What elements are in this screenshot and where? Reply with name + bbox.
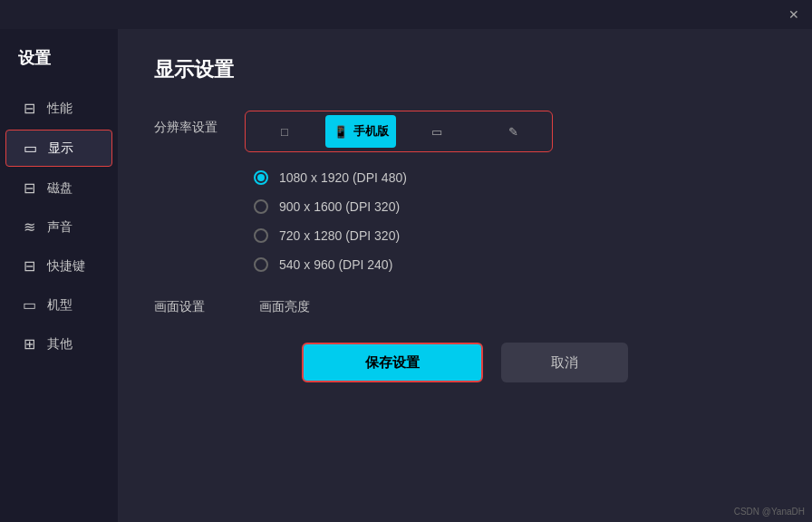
sidebar-item-performance-label: 性能 bbox=[47, 101, 72, 117]
main-content: 显示设置 分辨率设置 □ 📱 手机版 ▭ bbox=[118, 29, 812, 522]
sidebar-item-disk-label: 磁盘 bbox=[47, 180, 72, 197]
picture-label: 画面设置 bbox=[154, 299, 205, 315]
sidebar-item-disk[interactable]: ⊟ 磁盘 bbox=[5, 170, 112, 206]
radio-2 bbox=[254, 228, 268, 243]
radio-1 bbox=[254, 199, 268, 214]
resolution-option-3[interactable]: 540 x 960 (DPI 240) bbox=[254, 257, 776, 272]
sidebar-item-model-label: 机型 bbox=[47, 297, 72, 314]
resolution-options: 1080 x 1920 (DPI 480) 900 x 1600 (DPI 32… bbox=[245, 170, 776, 272]
disk-icon: ⊟ bbox=[20, 179, 38, 197]
sidebar-item-shortcut[interactable]: ⊟ 快捷键 bbox=[5, 248, 112, 284]
resolution-label-0: 1080 x 1920 (DPI 480) bbox=[279, 170, 407, 185]
model-icon: ▭ bbox=[20, 296, 38, 314]
resolution-label-3: 540 x 960 (DPI 240) bbox=[279, 257, 392, 272]
resolution-label-1: 900 x 1600 (DPI 320) bbox=[279, 199, 400, 214]
main-window: ✕ 设置 ⊟ 性能 ▭ 显示 ⊟ 磁盘 ≋ 声音 ⊟ 快捷键 bbox=[0, 0, 812, 522]
watermark: CSDN @YanaDH bbox=[734, 507, 805, 517]
resolution-option-2[interactable]: 720 x 1280 (DPI 320) bbox=[254, 228, 776, 243]
sidebar-item-other-label: 其他 bbox=[47, 336, 72, 353]
radio-0 bbox=[254, 170, 268, 185]
resolution-section-label: 分辨率设置 bbox=[154, 120, 227, 136]
resolution-picker: □ 📱 手机版 ▭ ✎ bbox=[245, 111, 776, 272]
picture-settings-row: 画面设置 画面亮度 bbox=[154, 299, 776, 315]
content-area: 设置 ⊟ 性能 ▭ 显示 ⊟ 磁盘 ≋ 声音 ⊟ 快捷键 ▭ bbox=[0, 29, 812, 522]
mobile-icon: 📱 bbox=[334, 125, 348, 139]
tab-custom[interactable]: ✎ bbox=[478, 115, 548, 148]
sidebar-title: 设置 bbox=[0, 38, 118, 87]
other-icon: ⊞ bbox=[20, 335, 38, 353]
type-tabs: □ 📱 手机版 ▭ ✎ bbox=[245, 111, 553, 152]
resolution-section: 分辨率设置 □ 📱 手机版 ▭ bbox=[154, 111, 776, 272]
sidebar-item-display-label: 显示 bbox=[48, 140, 73, 157]
tab-desktop[interactable]: □ bbox=[249, 115, 320, 148]
sidebar-item-sound[interactable]: ≋ 声音 bbox=[5, 209, 112, 245]
desktop-icon: □ bbox=[281, 125, 288, 139]
tab-tablet[interactable]: ▭ bbox=[401, 115, 472, 148]
sidebar: 设置 ⊟ 性能 ▭ 显示 ⊟ 磁盘 ≋ 声音 ⊟ 快捷键 ▭ bbox=[0, 29, 118, 522]
custom-icon: ✎ bbox=[508, 125, 518, 139]
sidebar-item-sound-label: 声音 bbox=[47, 219, 72, 236]
sidebar-item-other[interactable]: ⊞ 其他 bbox=[5, 326, 112, 362]
radio-3 bbox=[254, 257, 268, 272]
tablet-icon: ▭ bbox=[431, 125, 442, 139]
sidebar-item-shortcut-label: 快捷键 bbox=[47, 258, 85, 275]
resolution-option-0[interactable]: 1080 x 1920 (DPI 480) bbox=[254, 170, 776, 185]
bottom-buttons: 保存设置 取消 bbox=[154, 343, 776, 382]
sidebar-item-display[interactable]: ▭ 显示 bbox=[5, 130, 112, 167]
title-bar: ✕ bbox=[0, 0, 812, 29]
page-title: 显示设置 bbox=[154, 56, 776, 83]
cancel-button[interactable]: 取消 bbox=[501, 343, 628, 382]
resolution-option-1[interactable]: 900 x 1600 (DPI 320) bbox=[254, 199, 776, 214]
performance-icon: ⊟ bbox=[20, 100, 38, 117]
tab-mobile[interactable]: 📱 手机版 bbox=[325, 115, 396, 148]
sidebar-item-model[interactable]: ▭ 机型 bbox=[5, 287, 112, 323]
save-button[interactable]: 保存设置 bbox=[302, 343, 483, 382]
sound-icon: ≋ bbox=[20, 218, 38, 236]
sidebar-item-performance[interactable]: ⊟ 性能 bbox=[5, 91, 112, 126]
brightness-label: 画面亮度 bbox=[259, 299, 310, 315]
close-button[interactable]: ✕ bbox=[787, 7, 801, 22]
resolution-label-2: 720 x 1280 (DPI 320) bbox=[279, 228, 400, 243]
tab-mobile-label: 手机版 bbox=[353, 123, 389, 140]
display-icon: ▭ bbox=[21, 140, 39, 157]
shortcut-icon: ⊟ bbox=[20, 257, 38, 275]
